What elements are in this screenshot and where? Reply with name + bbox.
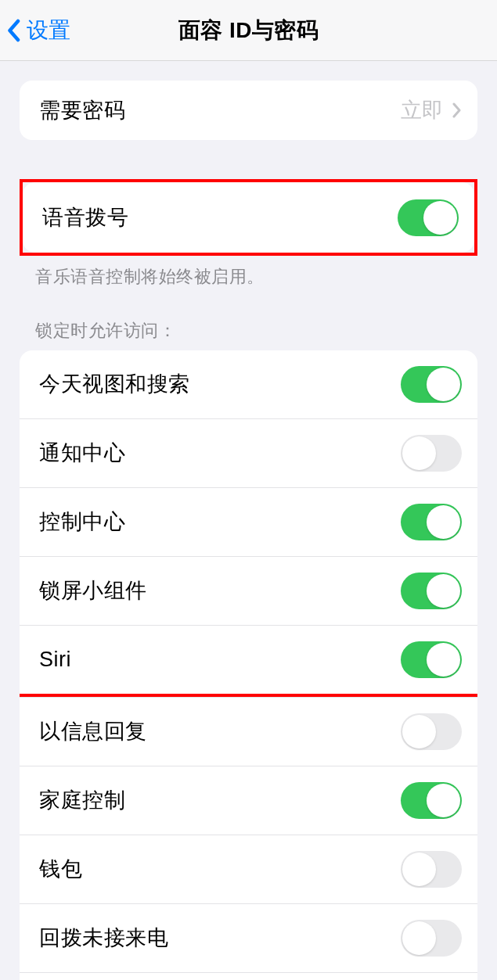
settings-content: 需要密码 立即 语音拨号 音乐语音控制将始终被启用。 bbox=[0, 81, 497, 980]
toggle-knob bbox=[427, 368, 460, 401]
locked-access-toggle[interactable] bbox=[401, 435, 462, 472]
toggle-knob bbox=[427, 784, 460, 817]
locked-access-header: 锁定时允许访问： bbox=[0, 319, 497, 350]
locked-access-row: USB配件 bbox=[20, 972, 477, 980]
locked-access-label: 今天视图和搜索 bbox=[39, 370, 190, 398]
locked-access-label: Siri bbox=[39, 648, 71, 672]
voice-dial-highlight: 语音拨号 bbox=[20, 179, 477, 256]
toggle-knob bbox=[427, 574, 460, 608]
locked-access-toggle[interactable] bbox=[401, 504, 462, 540]
page-title: 面容 ID与密码 bbox=[178, 16, 319, 45]
chevron-right-icon bbox=[452, 102, 462, 118]
locked-access-toggle[interactable] bbox=[401, 920, 462, 957]
locked-access-toggle[interactable] bbox=[401, 782, 462, 819]
locked-access-row: 通知中心 bbox=[20, 418, 477, 487]
toggle-knob bbox=[402, 715, 436, 748]
toggle-knob bbox=[402, 921, 436, 955]
locked-access-group: 锁定时允许访问： 今天视图和搜索通知中心控制中心锁屏小组件Siri以信息回复家庭… bbox=[0, 319, 497, 980]
locked-access-toggle[interactable] bbox=[401, 573, 462, 609]
passcode-require-group: 需要密码 立即 bbox=[0, 81, 497, 140]
locked-access-row: Siri bbox=[20, 625, 477, 697]
locked-access-label: 以信息回复 bbox=[39, 717, 147, 745]
back-label: 设置 bbox=[27, 16, 70, 45]
locked-access-row: 控制中心 bbox=[20, 487, 477, 556]
voice-dial-group: 语音拨号 音乐语音控制将始终被启用。 bbox=[0, 179, 497, 289]
voice-dial-toggle[interactable] bbox=[398, 199, 459, 236]
voice-dial-footer: 音乐语音控制将始终被启用。 bbox=[0, 256, 497, 289]
locked-access-row: 以信息回复 bbox=[20, 697, 477, 766]
locked-access-row: 今天视图和搜索 bbox=[20, 350, 477, 418]
toggle-knob bbox=[402, 853, 436, 886]
locked-access-label: 控制中心 bbox=[39, 508, 125, 536]
cell-detail: 立即 bbox=[401, 96, 462, 124]
locked-access-label: 家庭控制 bbox=[39, 786, 125, 814]
voice-dial-row: 语音拨号 bbox=[23, 182, 474, 253]
locked-access-label: 通知中心 bbox=[39, 439, 125, 467]
toggle-knob bbox=[423, 201, 457, 235]
locked-access-row: 回拨未接来电 bbox=[20, 903, 477, 972]
locked-access-row: 锁屏小组件 bbox=[20, 556, 477, 625]
toggle-knob bbox=[427, 505, 460, 539]
locked-access-toggle[interactable] bbox=[401, 366, 462, 403]
locked-access-toggle[interactable] bbox=[401, 713, 462, 750]
chevron-left-icon bbox=[6, 19, 20, 42]
locked-access-list: 今天视图和搜索通知中心控制中心锁屏小组件Siri以信息回复家庭控制钱包回拨未接来… bbox=[20, 350, 477, 980]
locked-access-row: 钱包 bbox=[20, 835, 477, 903]
locked-access-toggle[interactable] bbox=[401, 641, 462, 678]
toggle-knob bbox=[427, 643, 460, 677]
locked-access-row: 家庭控制 bbox=[20, 766, 477, 835]
voice-dial-label: 语音拨号 bbox=[42, 203, 128, 232]
locked-access-label: 钱包 bbox=[39, 855, 82, 883]
locked-access-toggle[interactable] bbox=[401, 851, 462, 888]
locked-access-label: 回拨未接来电 bbox=[39, 924, 168, 952]
back-button[interactable]: 设置 bbox=[6, 16, 70, 45]
require-passcode-label: 需要密码 bbox=[39, 96, 125, 124]
locked-access-label: 锁屏小组件 bbox=[39, 576, 147, 605]
toggle-knob bbox=[402, 436, 436, 470]
require-passcode-value: 立即 bbox=[401, 96, 443, 124]
require-passcode-row[interactable]: 需要密码 立即 bbox=[20, 81, 477, 140]
navigation-bar: 设置 面容 ID与密码 bbox=[0, 0, 497, 61]
